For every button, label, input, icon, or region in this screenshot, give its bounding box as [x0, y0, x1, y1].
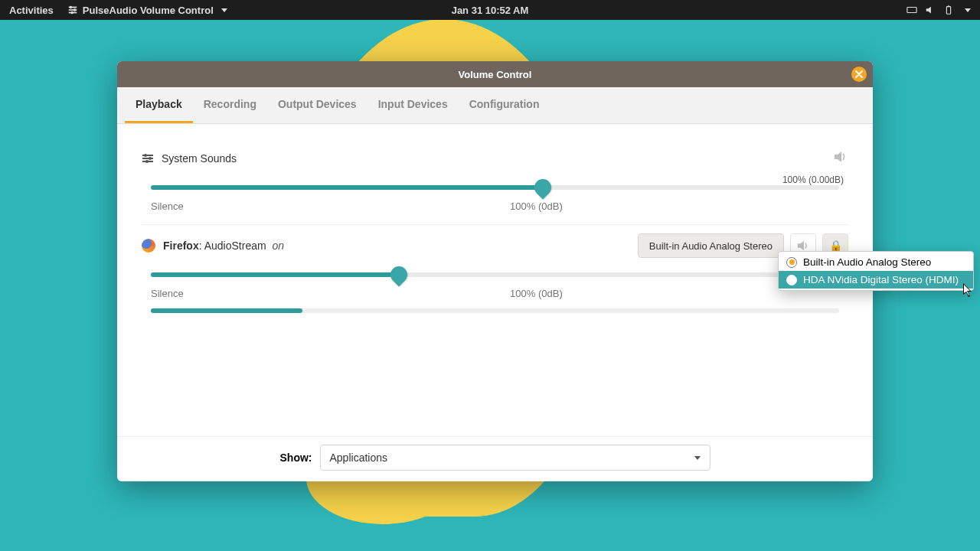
label-100: 100% (0dB) — [510, 288, 563, 299]
svg-marker-16 — [835, 152, 841, 162]
keyboard-icon[interactable] — [906, 5, 917, 15]
tab-recording[interactable]: Recording — [193, 87, 267, 123]
device-option-label: Built-in Audio Analog Stereo — [803, 256, 931, 268]
label-silence: Silence — [151, 201, 184, 212]
footer: Show: Applications — [117, 436, 873, 481]
volume-slider[interactable]: 100% (0.00dB) Silence 100% (0dB) — [151, 185, 839, 212]
titlebar[interactable]: Volume Control — [117, 61, 873, 87]
svg-marker-17 — [798, 241, 804, 251]
window-title: Volume Control — [459, 69, 532, 80]
radio-icon — [786, 275, 797, 285]
show-select[interactable]: Applications — [320, 445, 710, 471]
tab-input-devices[interactable]: Input Devices — [368, 87, 459, 123]
svg-rect-8 — [946, 7, 950, 15]
mute-button[interactable] — [833, 149, 848, 168]
volume-slider[interactable]: Silence 100% (0dB) — [151, 272, 839, 299]
close-button[interactable] — [851, 67, 867, 82]
show-label: Show: — [280, 452, 312, 464]
top-panel: Activities PulseAudio Volume Control Jan… — [0, 0, 980, 20]
app-menu-label: PulseAudio Volume Control — [83, 5, 214, 16]
tab-configuration[interactable]: Configuration — [459, 87, 550, 123]
vu-meter — [151, 308, 839, 313]
svg-rect-9 — [948, 5, 949, 6]
lock-icon: 🔒 — [829, 240, 842, 252]
speaker-icon — [833, 149, 848, 165]
svg-rect-6 — [907, 8, 916, 13]
stream-firefox: Firefox: AudioStream on Built-in Audio A… — [142, 225, 848, 325]
label-silence: Silence — [151, 288, 184, 299]
device-option-label: HDA NVidia Digital Stereo (HDMI) — [803, 274, 959, 285]
clock[interactable]: Jan 31 10:52 AM — [452, 5, 529, 16]
audio-settings-icon — [67, 5, 78, 15]
volume-control-window: Volume Control Playback Recording Output… — [117, 61, 873, 481]
svg-point-5 — [70, 11, 74, 15]
svg-point-14 — [149, 157, 152, 160]
stream-label: System Sounds — [162, 152, 237, 165]
device-option-hdmi[interactable]: HDA NVidia Digital Stereo (HDMI) — [779, 271, 973, 289]
volume-value: 100% (0.00dB) — [782, 174, 844, 185]
activities-button[interactable]: Activities — [9, 5, 54, 16]
system-menu-chevron-icon[interactable] — [965, 8, 971, 12]
audio-settings-icon — [142, 152, 154, 165]
svg-point-4 — [74, 8, 77, 11]
svg-marker-7 — [926, 7, 931, 14]
radio-selected-icon — [786, 257, 797, 268]
output-device-button[interactable]: Built-in Audio Analog Stereo — [638, 233, 784, 258]
firefox-icon — [142, 239, 155, 253]
tab-playback[interactable]: Playback — [125, 87, 193, 123]
show-select-value: Applications — [330, 452, 388, 464]
device-option-builtin[interactable]: Built-in Audio Analog Stereo — [779, 253, 973, 271]
content-area: System Sounds 100% (0.00dB) Silence 100%… — [117, 124, 873, 436]
close-icon — [855, 70, 863, 78]
stream-label: Firefox: AudioStream on — [163, 240, 284, 252]
app-menu[interactable]: PulseAudio Volume Control — [67, 5, 227, 16]
chevron-down-icon — [221, 8, 227, 12]
label-100: 100% (0dB) — [510, 201, 563, 212]
svg-point-15 — [145, 160, 149, 163]
tabs: Playback Recording Output Devices Input … — [117, 87, 873, 124]
battery-icon[interactable] — [943, 5, 954, 15]
chevron-down-icon — [694, 456, 701, 460]
svg-point-13 — [144, 154, 147, 157]
device-select-menu: Built-in Audio Analog Stereo HDA NVidia … — [778, 251, 974, 291]
volume-icon[interactable] — [925, 5, 936, 15]
tab-output-devices[interactable]: Output Devices — [267, 87, 368, 123]
svg-point-3 — [69, 6, 72, 9]
stream-system-sounds: System Sounds 100% (0.00dB) Silence 100%… — [142, 138, 848, 225]
